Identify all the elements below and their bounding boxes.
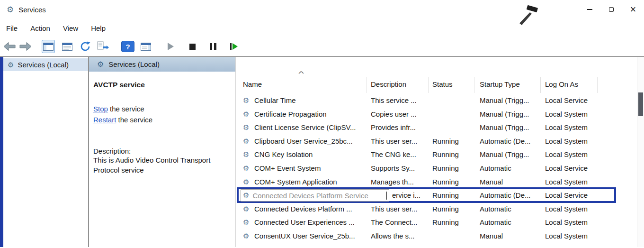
- service-row[interactable]: ⚙ CNG Key Isolation The CNG ke... Runnin…: [236, 148, 637, 162]
- column-divider[interactable]: [367, 77, 367, 93]
- column-divider[interactable]: [540, 77, 541, 93]
- show-hide-console-tree-button[interactable]: [42, 40, 55, 53]
- service-gear-icon: ⚙: [243, 175, 249, 189]
- service-startup-type: Manual (Trigg...: [480, 108, 539, 121]
- restart-icon: [230, 43, 238, 50]
- stop-service-button[interactable]: [186, 40, 199, 53]
- restart-suffix: the service: [116, 116, 152, 124]
- service-name: Cellular Time: [254, 94, 365, 108]
- menu-view[interactable]: View: [63, 24, 78, 32]
- maximize-button[interactable]: [600, 0, 622, 19]
- column-divider[interactable]: [597, 77, 598, 93]
- menu-action[interactable]: Action: [30, 24, 50, 32]
- service-row[interactable]: ⚙ COM+ System Application Manages th... …: [236, 175, 637, 189]
- service-info-pane: AVCTP service Stop the service Restart t…: [93, 81, 236, 175]
- column-header-description[interactable]: Description: [371, 78, 406, 91]
- service-rename-input[interactable]: ⚙ Connected Devices Platform Service: [241, 189, 389, 202]
- refresh-button[interactable]: [79, 40, 92, 53]
- service-row-editing[interactable]: ⚙ Connected Devices Platform Service erv…: [236, 189, 637, 202]
- service-startup-type: Manual: [480, 243, 539, 247]
- menu-help[interactable]: Help: [91, 24, 106, 32]
- start-service-button[interactable]: [164, 40, 177, 53]
- service-status: Running: [432, 135, 473, 148]
- properties-button[interactable]: [61, 40, 74, 53]
- service-status: Running: [432, 243, 473, 247]
- export-list-button[interactable]: [97, 40, 110, 53]
- service-status: Running: [432, 175, 473, 189]
- service-startup-type: Manual: [480, 230, 539, 243]
- service-log-on-as: Local System: [545, 216, 602, 230]
- restart-service-line: Restart the service: [93, 114, 236, 125]
- console-tree-panel: ⚙ Services (Local): [3, 57, 88, 247]
- stop-suffix: the service: [108, 105, 144, 113]
- service-log-on-as: Local System: [545, 175, 602, 189]
- service-startup-type: Automatic: [480, 162, 539, 175]
- menu-bar: File Action View Help: [0, 19, 644, 37]
- maximize-icon: [609, 7, 614, 12]
- description-text: This is Audio Video Control Transport Pr…: [93, 156, 236, 175]
- service-startup-type: Automatic: [480, 202, 539, 216]
- service-log-on-as: Local System: [545, 230, 602, 243]
- service-gear-icon: ⚙: [243, 108, 249, 121]
- column-header-name[interactable]: Name: [243, 78, 262, 91]
- column-header-startup-type[interactable]: Startup Type: [480, 78, 520, 91]
- service-status: Running: [432, 148, 473, 162]
- service-log-on-as: Local Service: [545, 162, 602, 175]
- service-log-on-as: Local System: [545, 243, 602, 247]
- stop-service-line: Stop the service: [93, 103, 236, 114]
- service-description: This user ser...: [371, 202, 429, 216]
- text-caret: [386, 192, 387, 200]
- column-divider[interactable]: [474, 77, 474, 93]
- pause-service-button[interactable]: [206, 40, 220, 53]
- service-row[interactable]: ⚙ Clipboard User Service_25bc... This us…: [236, 135, 637, 148]
- service-log-on-as: Local Service: [545, 94, 602, 108]
- restart-service-link[interactable]: Restart: [93, 116, 116, 124]
- service-row[interactable]: ⚙ Connected Devices Platform ... This us…: [236, 202, 637, 216]
- service-gear-icon: ⚙: [243, 162, 249, 175]
- console-tree-icon: [43, 43, 54, 51]
- service-row[interactable]: ⚙ COM+ Event System Supports Sy... Runni…: [236, 162, 637, 175]
- service-name: COM+ System Application: [254, 175, 365, 189]
- service-status: Running: [432, 189, 473, 202]
- menu-file[interactable]: File: [6, 24, 18, 32]
- restart-service-button[interactable]: [227, 40, 241, 53]
- forward-button[interactable]: [19, 40, 32, 53]
- service-row[interactable]: ⚙ Connected User Experiences ... The Con…: [236, 216, 637, 230]
- service-row[interactable]: ⚙ Cellular Time This service ... Manual …: [236, 94, 637, 108]
- vertical-scrollbar[interactable]: [637, 57, 644, 247]
- service-log-on-as: Local System: [545, 202, 602, 216]
- help-button[interactable]: ?: [121, 41, 134, 52]
- back-arrow-icon: [3, 41, 16, 52]
- services-gear-icon: ⚙: [97, 60, 104, 69]
- service-gear-icon: ⚙: [243, 202, 249, 216]
- service-gear-icon: ⚙: [243, 121, 249, 135]
- properties-window-icon: [62, 43, 72, 51]
- service-row[interactable]: ⚙ Client License Service (ClipSV... Prov…: [236, 121, 637, 135]
- column-header-status[interactable]: Status: [432, 78, 453, 91]
- play-icon: [168, 43, 174, 50]
- window-controls: ×: [579, 0, 644, 19]
- service-name: ConsentUX User Service_25b...: [254, 230, 365, 243]
- stop-service-link[interactable]: Stop: [93, 105, 108, 113]
- service-log-on-as: Local System: [545, 121, 602, 135]
- action-pane-button[interactable]: [139, 40, 152, 53]
- close-button[interactable]: ×: [622, 0, 644, 19]
- service-rows: ⚙ Cellular Time This service ... Manual …: [236, 94, 637, 247]
- service-status: Running: [432, 162, 473, 175]
- service-description: Indexes cont...: [371, 243, 429, 247]
- service-row[interactable]: ⚙ Certificate Propagation Copies user ..…: [236, 108, 637, 121]
- hammer-cursor-icon: [515, 5, 540, 28]
- services-gear-icon: ⚙: [8, 61, 14, 69]
- service-row[interactable]: ⚙ Contact Data_25bc55 Indexes cont... Ru…: [236, 243, 637, 247]
- column-header-log-on-as[interactable]: Log On As: [545, 78, 578, 91]
- column-divider[interactable]: [428, 77, 429, 93]
- back-button[interactable]: [3, 40, 16, 53]
- service-description: The CNG ke...: [371, 148, 429, 162]
- sort-ascending-icon: ^: [283, 70, 319, 77]
- main-panel: ⚙ Services (Local) AVCTP service Stop th…: [89, 57, 644, 247]
- service-row[interactable]: ⚙ ConsentUX User Service_25b... Allows t…: [236, 230, 637, 243]
- minimize-button[interactable]: [579, 0, 600, 19]
- description-label: Description:: [93, 147, 236, 155]
- tree-item-services-local[interactable]: ⚙ Services (Local): [3, 58, 88, 71]
- scrollbar-thumb[interactable]: [638, 92, 643, 116]
